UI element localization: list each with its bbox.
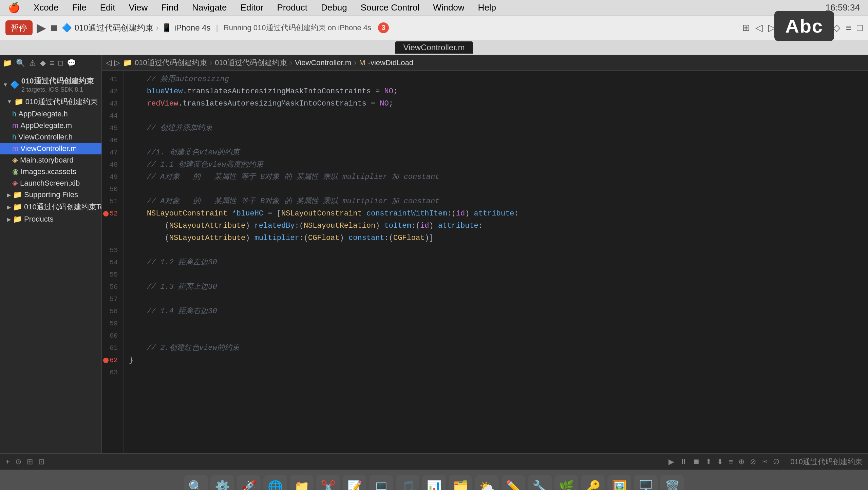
dock-scissors[interactable]: ✂️ [316, 475, 340, 490]
menu-view[interactable]: View [126, 1, 150, 14]
breadcrumb-part-2[interactable]: 010通过代码创建约束 [215, 58, 287, 68]
nav-back-icon[interactable]: ◁ [755, 22, 763, 33]
grid-icon[interactable]: ⊞ [27, 457, 33, 466]
editor-layout-icon[interactable]: ⊞ [742, 22, 750, 33]
scissors-icon[interactable]: ✂ [761, 457, 768, 466]
dock-files[interactable]: 📁 [290, 475, 314, 490]
menu-find[interactable]: Find [158, 1, 181, 14]
menu-navigate[interactable]: Navigate [189, 1, 230, 14]
menu-window[interactable]: Window [430, 1, 467, 14]
ln-52b [102, 220, 120, 232]
dock-word[interactable]: 🔧 [528, 475, 552, 490]
ln-58: 58 [102, 305, 120, 318]
breadcrumb-part-4[interactable]: -viewDidLoad [368, 58, 413, 67]
location-icon[interactable]: ⊕ [738, 457, 744, 466]
code-55 [129, 269, 863, 281]
dock-onenote[interactable]: 📝 [343, 475, 366, 490]
dock-font[interactable]: 🔑 [581, 475, 605, 490]
nav-products-group[interactable]: ▶ 📁 Products [0, 213, 101, 225]
play-icon[interactable]: ▶ [668, 457, 674, 466]
code-47: //1. 创建蓝色view的约束 [129, 147, 863, 159]
breadcrumb-sep-2: | [216, 23, 218, 33]
nav-search-icon[interactable]: 🔍 [16, 59, 25, 68]
nav-launchscreen-xib[interactable]: ◈ LaunchScreen.xib [0, 177, 101, 189]
list-icon[interactable]: ≡ [729, 457, 733, 466]
dock-filezilla[interactable]: 🗂️ [449, 475, 472, 490]
step-over-icon[interactable]: ⬆ [705, 457, 712, 466]
menu-edit[interactable]: Edit [97, 1, 118, 14]
nav-folder-icon[interactable]: 📁 [3, 59, 12, 68]
stop-button[interactable]: ■ [50, 21, 58, 35]
breadcrumb-nav-forward[interactable]: ▷ [114, 58, 120, 67]
nav-list-icon[interactable]: ≡ [50, 59, 54, 68]
dock-photos[interactable]: 🖼️ [607, 475, 631, 490]
project-root[interactable]: ▼ 🔷 010通过代码创建约束 2 targets, iOS SDK 8.1 [0, 74, 101, 95]
dock-launchpad[interactable]: 🚀 [237, 475, 261, 490]
toolbar-project-name[interactable]: 010通过代码创建约束 [75, 22, 153, 33]
menu-product[interactable]: Product [274, 1, 310, 14]
nav-images-xcassets[interactable]: ◉ Images.xcassets [0, 166, 101, 177]
nav-diamond-icon[interactable]: ◆ [40, 59, 46, 68]
code-lines[interactable]: // 禁用autoresizing blueView.translatesAut… [124, 71, 868, 453]
menu-source-control[interactable]: Source Control [358, 1, 422, 14]
breadcrumb-part-1[interactable]: 010通过代码创建约束 [135, 58, 207, 68]
abc-overlay: Abc [774, 11, 834, 41]
square-icon[interactable]: ⊡ [38, 457, 44, 466]
dock-settings[interactable]: ⚙️ [210, 475, 234, 490]
square-icon[interactable]: □ [857, 22, 863, 33]
project-subtitle: 2 targets, iOS SDK 8.1 [21, 86, 94, 93]
nav-viewcontroller-h[interactable]: h ViewController.h [0, 131, 101, 143]
nav-main-storyboard[interactable]: ◈ Main.storyboard [0, 154, 101, 166]
step-in-icon[interactable]: ⬇ [717, 457, 723, 466]
play-button[interactable]: ▶ [37, 21, 46, 35]
nav-square-icon[interactable]: □ [58, 59, 63, 68]
nav-viewcontroller-m[interactable]: m ViewController.m [0, 143, 101, 154]
code-52c: (NSLayoutAttribute) multiplier:(CGFloat)… [129, 232, 863, 244]
dock-itunes[interactable]: 🎵 [396, 475, 419, 490]
error-count-badge[interactable]: 3 [378, 22, 389, 33]
dock-safari[interactable]: 🌐 [263, 475, 287, 490]
breadcrumb-project[interactable]: 📁 [123, 58, 132, 67]
circle-icon[interactable]: ⊙ [15, 457, 21, 466]
dock-pencil[interactable]: ✏️ [502, 475, 525, 490]
dock: 🔍 ⚙️ 🚀 🌐 📁 ✂️ 📝 💻 🎵 📊 🗂️ ⛅ ✏️ 🔧 🌿 🔑 🖼️ 🖥… [0, 470, 868, 490]
breadcrumb-nav-back[interactable]: ◁ [106, 58, 112, 67]
apple-menu[interactable]: 🍎 [5, 1, 23, 15]
menubar: 🍎 Xcode File Edit View Find Navigate Edi… [0, 0, 868, 16]
stop-icon[interactable]: ⏹ [693, 457, 700, 466]
list-icon[interactable]: ≡ [846, 22, 851, 33]
breadcrumb-part-3[interactable]: ViewController.m [295, 58, 351, 67]
dock-terminal[interactable]: 💻 [369, 475, 393, 490]
nav-tests-group[interactable]: ▶ 📁 010通过代码创建约束Tests [0, 201, 101, 213]
ln-44: 44 [102, 110, 120, 122]
toolbar-device[interactable]: iPhone 4s [174, 23, 211, 33]
breadcrumb-method-icon: M [359, 58, 365, 67]
menu-editor[interactable]: Editor [238, 1, 266, 14]
diamond-icon[interactable]: ◇ [833, 22, 841, 33]
nav-appdelegate-m[interactable]: m AppDelegate.m [0, 120, 101, 131]
empty-icon[interactable]: ∅ [773, 457, 779, 466]
dock-trash[interactable]: 🗑️ [660, 475, 684, 490]
active-tab[interactable]: ViewController.m [395, 41, 473, 54]
minus-icon[interactable]: ⊘ [750, 457, 756, 466]
menu-xcode[interactable]: Xcode [31, 1, 61, 14]
editor-breadcrumb: ◁ ▷ 📁 010通过代码创建约束 › 010通过代码创建约束 › ViewCo… [102, 55, 868, 71]
nav-supporting-files[interactable]: ▶ 📁 Supporting Files [0, 189, 101, 201]
dock-finder[interactable]: 🔍 [184, 475, 208, 490]
nav-warning-icon[interactable]: ⚠ [29, 59, 36, 68]
ln-52-error: 52 [102, 208, 120, 220]
menu-help[interactable]: Help [475, 1, 499, 14]
pause-icon[interactable]: ⏸ [680, 457, 687, 466]
dock-acrobat[interactable]: 🌿 [554, 475, 578, 490]
navigator-toolbar: 📁 🔍 ⚠ ◆ ≡ □ 💬 [0, 55, 101, 71]
dock-analytics[interactable]: 📊 [422, 475, 446, 490]
menu-file[interactable]: File [70, 1, 89, 14]
nav-appdelegate-h[interactable]: h AppDelegate.h [0, 108, 101, 120]
nav-comment-icon[interactable]: 💬 [67, 59, 76, 68]
add-icon[interactable]: + [5, 457, 10, 466]
dock-mirroring[interactable]: 🖥️ [634, 475, 658, 490]
nav-group-main[interactable]: ▼ 📁 010通过代码创建约束 [0, 95, 101, 108]
pause-button[interactable]: 暂停 [5, 20, 33, 35]
menu-debug[interactable]: Debug [318, 1, 350, 14]
dock-weather[interactable]: ⛅ [475, 475, 499, 490]
